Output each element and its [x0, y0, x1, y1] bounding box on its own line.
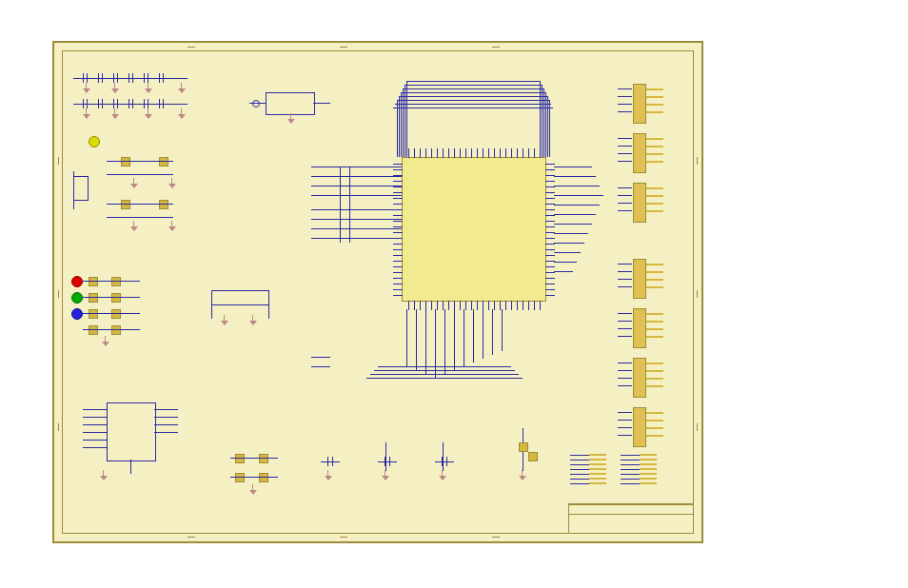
- zone-tick: [188, 47, 195, 48]
- zone-tick: [492, 537, 500, 538]
- net-stub: [311, 357, 330, 358]
- cap[interactable]: [378, 454, 397, 471]
- zone-tick: [697, 423, 698, 431]
- ground-symbol: [111, 114, 119, 122]
- zone-tick: [340, 47, 347, 48]
- ground-symbol: [439, 476, 446, 483]
- connector-j2[interactable]: [618, 128, 665, 176]
- ground-symbol: [178, 114, 186, 122]
- osc-node: [252, 100, 260, 108]
- schematic-sheet[interactable]: /*generated below via static markup*/: [52, 41, 703, 543]
- testpoint-yellow[interactable]: [89, 136, 100, 147]
- connector-j1[interactable]: [618, 79, 665, 127]
- zone-tick: [188, 537, 195, 538]
- net-stub: [311, 366, 330, 367]
- connector-j7[interactable]: [618, 402, 665, 450]
- connector-j5[interactable]: [618, 304, 665, 351]
- led-blue[interactable]: [71, 308, 83, 320]
- schematic-canvas: /*generated below via static markup*/: [0, 0, 908, 588]
- sub-ic[interactable]: [107, 402, 156, 461]
- cap-array-1[interactable]: [73, 69, 188, 87]
- connector-j6[interactable]: [618, 353, 665, 401]
- main-ic-qfp[interactable]: /*generated below via static markup*/: [402, 157, 546, 302]
- title-block[interactable]: [568, 503, 694, 534]
- ground-symbol: [287, 119, 295, 127]
- led-red[interactable]: [71, 276, 83, 287]
- zone-tick: [697, 290, 698, 298]
- small-component[interactable]: [73, 176, 89, 201]
- zone-tick: [58, 290, 59, 298]
- connector-j4[interactable]: [618, 254, 665, 302]
- connector-j3[interactable]: [618, 178, 665, 225]
- led-green[interactable]: [71, 292, 83, 304]
- cap[interactable]: [321, 454, 340, 471]
- zone-tick: [492, 47, 500, 48]
- zone-tick: [58, 423, 59, 431]
- zone-tick: [697, 157, 698, 165]
- ground-symbol: [83, 114, 90, 122]
- zone-tick: [58, 157, 59, 165]
- zone-tick: [340, 537, 347, 538]
- ground-symbol: [325, 476, 332, 483]
- header-p2[interactable]: [640, 454, 687, 487]
- crystal-osc[interactable]: [266, 92, 315, 115]
- ground-symbol: [382, 476, 389, 483]
- cap-array-2[interactable]: [73, 95, 188, 112]
- ground-symbol: [145, 114, 152, 122]
- cap[interactable]: [435, 454, 454, 471]
